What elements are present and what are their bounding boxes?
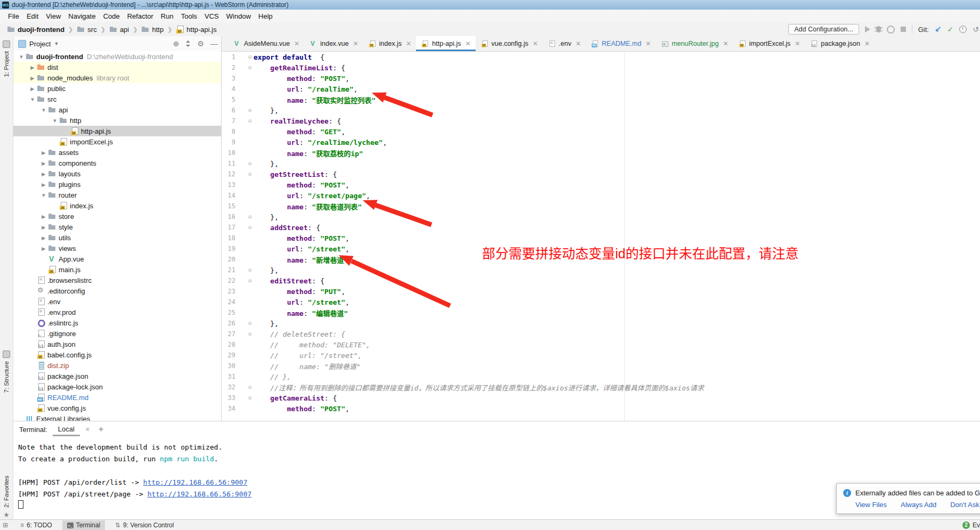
menu-edit[interactable]: Edit — [23, 11, 42, 21]
terminal-cursor[interactable] — [18, 500, 23, 509]
tree-item-components[interactable]: ▶components — [13, 158, 221, 168]
tree-item-src[interactable]: ▼src — [13, 94, 221, 104]
tree-item-importexcel-js[interactable]: importExcel.js — [13, 136, 221, 147]
hide-panel-icon[interactable]: — — [210, 39, 218, 48]
menu-help[interactable]: Help — [255, 11, 276, 21]
tree-item-assets[interactable]: ▶assets — [13, 147, 221, 158]
collapse-all-icon[interactable] — [185, 40, 191, 47]
tree-item-external-libraries[interactable]: External Libraries — [13, 413, 221, 421]
tree-item-http[interactable]: ▼http — [13, 115, 221, 126]
chevron-right-icon[interactable]: ▶ — [39, 224, 48, 230]
tree-item-package-json[interactable]: package.json — [13, 371, 221, 381]
event-log-area[interactable]: 2 Ev — [962, 521, 980, 529]
tree-item-utils[interactable]: ▶utils — [13, 232, 221, 243]
chevron-down-icon[interactable]: ▼ — [39, 192, 48, 198]
tab-index-vue[interactable]: index.vue✕ — [304, 36, 363, 51]
tree-item--eslintrc-js[interactable]: .eslintrc.js — [13, 317, 221, 328]
close-icon[interactable]: ✕ — [576, 40, 581, 47]
tree-item-index-js[interactable]: index.js — [13, 200, 221, 211]
tree-item-views[interactable]: ▶views — [13, 243, 221, 254]
chevron-down-icon[interactable]: ▼ — [17, 54, 26, 60]
tree-item--editorconfig[interactable]: .editorconfig — [13, 286, 221, 296]
breadcrumb-item-http[interactable]: http — [140, 25, 165, 34]
menu-view[interactable]: View — [42, 11, 64, 21]
sidebar-tab-favorites[interactable]: 2: Favorites ★ — [0, 476, 13, 519]
fold-marker-icon[interactable]: ⊖ — [235, 267, 254, 273]
menu-file[interactable]: File — [4, 11, 23, 21]
fold-marker-icon[interactable]: ⊖ — [235, 172, 254, 177]
tab-importexcel-js[interactable]: importExcel.js✕ — [733, 36, 805, 51]
tab-package-json[interactable]: package.json✕ — [805, 36, 875, 51]
close-icon[interactable]: ✕ — [646, 40, 651, 47]
tree-item-main-js[interactable]: main.js — [13, 264, 221, 275]
fold-marker-icon[interactable]: ⊖ — [235, 331, 254, 337]
terminal-link[interactable]: http://192.168.66.56:9007 — [143, 478, 248, 486]
menu-vcs[interactable]: VCS — [201, 11, 223, 21]
tree-item-store[interactable]: ▶store — [13, 211, 221, 222]
chevron-right-icon[interactable]: ▶ — [39, 171, 48, 177]
chevron-right-icon[interactable]: ▶ — [28, 75, 37, 81]
chevron-right-icon[interactable]: ▶ — [39, 235, 48, 241]
tree-item-http-api-js[interactable]: http-api.js — [13, 126, 221, 136]
tree-item--gitignore[interactable]: .gitignore — [13, 328, 221, 339]
sidebar-tab-structure[interactable]: 7: Structure — [0, 350, 13, 393]
chevron-right-icon[interactable]: ▶ — [39, 150, 48, 156]
project-view-selector[interactable]: Project — [29, 40, 51, 48]
tab-asidemenu-vue[interactable]: AsideMenu.vue✕ — [228, 36, 304, 51]
tab-menurouter-jpg[interactable]: menuRouter.jpg✕ — [656, 36, 733, 51]
tree-item--env[interactable]: .env — [13, 296, 221, 307]
fold-marker-icon[interactable]: ⊖ — [235, 54, 254, 60]
statusbar-item-terminal[interactable]: >_Terminal — [62, 520, 105, 530]
close-icon[interactable]: ✕ — [85, 426, 90, 433]
run-icon[interactable] — [865, 26, 870, 32]
close-icon[interactable]: ✕ — [294, 40, 299, 47]
tree-item--env-prod[interactable]: .env.prod — [13, 307, 221, 317]
close-icon[interactable]: ✕ — [406, 40, 411, 47]
fold-marker-icon[interactable]: ⊖ — [235, 385, 254, 390]
tab-readme-md[interactable]: README.md✕ — [586, 36, 656, 51]
add-configuration-button[interactable]: Add Configuration... — [788, 24, 859, 35]
history-icon[interactable] — [959, 26, 967, 33]
terminal-link[interactable]: http://192.168.66.56:9007 — [148, 490, 252, 498]
statusbar-item-6--todo[interactable]: ≡6: TODO — [15, 520, 57, 530]
breadcrumb-item-http-api-js[interactable]: http-api.js — [174, 25, 218, 34]
tree-item-vue-config-js[interactable]: vue.config.js — [13, 403, 221, 413]
close-icon[interactable]: ✕ — [864, 40, 870, 47]
close-icon[interactable]: ✕ — [353, 40, 358, 47]
tree-item-public[interactable]: ▶public — [13, 83, 221, 94]
tree-item-app-vue[interactable]: App.vue — [13, 254, 221, 264]
fold-marker-icon[interactable]: ⊖ — [235, 395, 254, 401]
menu-refactor[interactable]: Refactor — [124, 11, 157, 21]
tree-item-layouts[interactable]: ▶layouts — [13, 168, 221, 179]
tree-item-plugins[interactable]: ▶plugins — [13, 179, 221, 190]
debug-icon[interactable] — [876, 26, 881, 32]
tree-item-style[interactable]: ▶style — [13, 222, 221, 232]
fold-marker-icon[interactable]: ⊖ — [235, 321, 254, 326]
tree-item-node-modules[interactable]: ▶node_moduleslibrary root — [13, 72, 221, 83]
statusbar-item-9--version-control[interactable]: ⇅9: Version Control — [110, 520, 178, 530]
tree-item-dist[interactable]: ▶dist — [13, 62, 221, 72]
chevron-down-icon[interactable]: ▼ — [28, 96, 37, 102]
tab-http-api-js[interactable]: http-api.js✕ — [416, 36, 475, 51]
tree-item--browserslistrc[interactable]: .browserslistrc — [13, 275, 221, 286]
chevron-right-icon[interactable]: ▶ — [39, 214, 48, 219]
chevron-right-icon[interactable]: ▶ — [39, 246, 48, 251]
fold-marker-icon[interactable]: ⊖ — [235, 118, 254, 124]
tree-item-readme-md[interactable]: README.md — [13, 392, 221, 403]
notification-link-always-add[interactable]: Always Add — [901, 501, 936, 509]
menu-code[interactable]: Code — [100, 11, 124, 21]
editor[interactable]: 1⊖export default {2⊖ getRealTimeList: {3… — [222, 52, 980, 421]
close-icon[interactable]: ✕ — [465, 40, 470, 47]
tree-item-babel-config-js[interactable]: babel.config.js — [13, 349, 221, 360]
notification-link-view-files[interactable]: View Files — [855, 501, 887, 509]
menu-run[interactable]: Run — [157, 11, 177, 21]
menu-tools[interactable]: Tools — [177, 11, 201, 21]
sidebar-tab-project[interactable]: 1: Project — [0, 40, 13, 77]
close-icon[interactable]: ✕ — [723, 40, 728, 47]
chevron-right-icon[interactable]: ▶ — [39, 160, 48, 166]
chevron-down-icon[interactable]: ▼ — [39, 107, 48, 113]
close-icon[interactable]: ✕ — [533, 40, 538, 47]
chevron-right-icon[interactable]: ▶ — [39, 182, 48, 187]
menu-window[interactable]: Window — [223, 11, 255, 21]
close-icon[interactable]: ✕ — [795, 40, 800, 47]
